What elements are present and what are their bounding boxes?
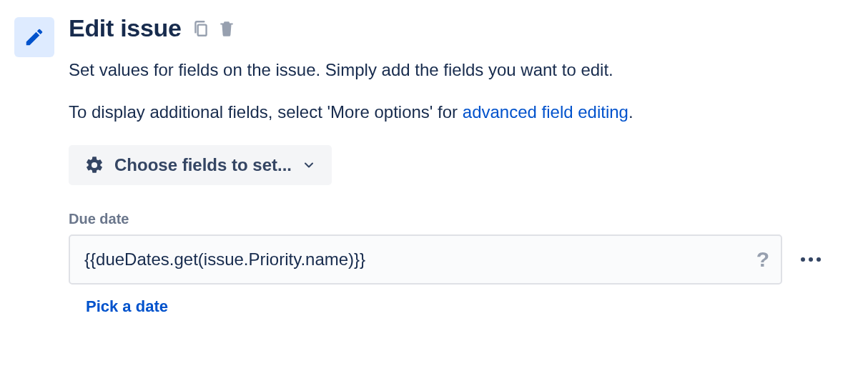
choose-fields-button[interactable]: Choose fields to set... xyxy=(69,145,332,185)
gear-icon xyxy=(84,155,104,175)
help-icon[interactable]: ? xyxy=(756,247,769,272)
page-title: Edit issue xyxy=(69,14,182,42)
due-date-label: Due date xyxy=(69,211,827,227)
due-date-input-wrap: ? xyxy=(69,234,782,285)
due-date-input[interactable] xyxy=(69,234,782,285)
description-line1: Set values for fields on the issue. Simp… xyxy=(69,58,827,83)
advanced-field-editing-link[interactable]: advanced field editing xyxy=(463,102,628,122)
pick-a-date-link[interactable]: Pick a date xyxy=(86,297,168,316)
more-actions-button[interactable] xyxy=(795,252,827,267)
title-actions xyxy=(192,19,236,38)
action-type-icon-box xyxy=(14,17,54,57)
choose-fields-label: Choose fields to set... xyxy=(114,155,292,175)
trash-icon[interactable] xyxy=(217,19,236,38)
title-row: Edit issue xyxy=(69,14,827,42)
svg-rect-0 xyxy=(197,24,206,35)
description-line2-suffix: . xyxy=(628,102,633,122)
copy-icon[interactable] xyxy=(192,19,210,38)
content-area: Edit issue Set values for fields on the … xyxy=(69,14,827,316)
pencil-icon xyxy=(24,26,45,48)
due-date-row: ? xyxy=(69,234,827,285)
due-date-field-group: Due date ? Pick a date xyxy=(69,211,827,316)
description-line2-prefix: To display additional fields, select 'Mo… xyxy=(69,102,463,122)
description-line2: To display additional fields, select 'Mo… xyxy=(69,100,827,125)
chevron-down-icon xyxy=(302,158,316,172)
